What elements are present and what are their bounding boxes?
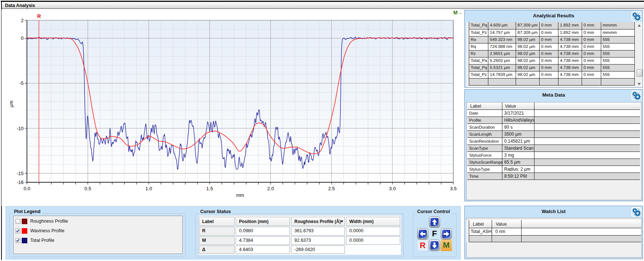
svg-text:-10: -10 bbox=[17, 126, 24, 131]
svg-text:-16: -16 bbox=[17, 180, 24, 185]
svg-text:3.5: 3.5 bbox=[450, 186, 457, 191]
svg-text:→: → bbox=[458, 10, 463, 15]
svg-text:1.0: 1.0 bbox=[145, 186, 152, 191]
svg-text:3.0: 3.0 bbox=[389, 186, 396, 191]
svg-text:2: 2 bbox=[21, 18, 24, 23]
svg-text:µm: µm bbox=[8, 101, 14, 107]
svg-text:1.5: 1.5 bbox=[206, 186, 213, 191]
svg-text:2.0: 2.0 bbox=[267, 186, 274, 191]
svg-text:-15: -15 bbox=[17, 171, 24, 176]
svg-text:-5: -5 bbox=[19, 80, 24, 86]
svg-text:2.5: 2.5 bbox=[328, 186, 335, 191]
svg-text:0.5: 0.5 bbox=[84, 186, 91, 191]
svg-text:M: M bbox=[453, 10, 458, 15]
svg-text:0: 0 bbox=[21, 35, 24, 41]
svg-text:mm: mm bbox=[236, 192, 244, 198]
svg-text:R: R bbox=[37, 13, 41, 19]
svg-text:0.0: 0.0 bbox=[24, 186, 30, 191]
